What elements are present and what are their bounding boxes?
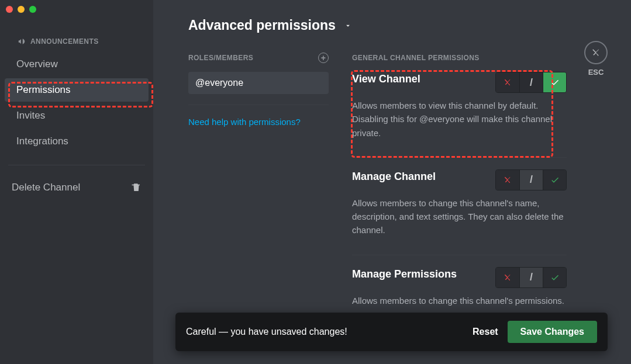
perm-manage-channel: Manage Channel / Allows members to chang…: [352, 169, 567, 255]
unsaved-changes-bar: Careful — you have unsaved changes! Rese…: [175, 313, 608, 351]
permissions-heading-row: GENERAL CHANNEL PERMISSIONS: [352, 52, 567, 64]
perm-title: View Channel: [352, 72, 420, 86]
main-content: ESC Advanced permissions ROLES/MEMBERS +…: [153, 0, 631, 364]
reset-button[interactable]: Reset: [463, 322, 508, 342]
window-close-icon[interactable]: [6, 6, 13, 13]
perm-divider: [352, 255, 567, 255]
delete-channel-label: Delete Channel: [12, 182, 80, 193]
perm-toggle-view-channel: /: [495, 72, 567, 93]
perm-allow-button[interactable]: [543, 268, 566, 287]
x-icon: [503, 273, 512, 282]
settings-sidebar: ANNOUNCEMENTS Overview Permissions Invit…: [0, 0, 153, 364]
roles-heading: ROLES/MEMBERS: [188, 54, 253, 62]
add-role-button[interactable]: +: [318, 53, 329, 63]
perm-divider: [352, 157, 567, 158]
x-icon: [503, 78, 512, 87]
esc-label: ESC: [584, 68, 608, 77]
trash-icon: [131, 182, 142, 193]
perm-toggle-manage-channel: /: [495, 169, 567, 190]
close-settings-button[interactable]: ESC: [584, 41, 608, 77]
delete-channel-button[interactable]: Delete Channel: [0, 176, 153, 199]
check-icon: [550, 78, 560, 87]
perm-desc: Allows members to change this channel's …: [352, 294, 567, 307]
perm-neutral-button[interactable]: /: [519, 268, 543, 287]
perm-desc: Allows members to view this channel by d…: [352, 99, 567, 140]
perm-toggle-manage-permissions: /: [495, 267, 567, 288]
unsaved-message: Careful — you have unsaved changes!: [186, 327, 463, 337]
megaphone-icon: [18, 37, 26, 46]
perm-desc: Allows members to change this channel's …: [352, 196, 567, 237]
save-changes-button[interactable]: Save Changes: [508, 321, 597, 343]
perm-allow-button[interactable]: [543, 170, 566, 190]
page-title-text: Advanced permissions: [188, 18, 336, 33]
perm-deny-button[interactable]: [496, 268, 519, 287]
perm-allow-button[interactable]: [543, 72, 566, 92]
slash-icon: /: [530, 174, 533, 186]
perm-view-channel: View Channel / Allows members to view th…: [352, 72, 567, 158]
sidebar-section-header: ANNOUNCEMENTS: [0, 37, 153, 51]
sidebar-section-label: ANNOUNCEMENTS: [30, 37, 99, 46]
perm-deny-button[interactable]: [496, 170, 519, 190]
roles-heading-row: ROLES/MEMBERS +: [188, 52, 329, 64]
perm-manage-permissions: Manage Permissions / Allows members to c…: [352, 267, 567, 307]
window-minimize-icon[interactable]: [18, 6, 25, 13]
slash-icon: /: [530, 271, 533, 283]
sidebar-item-permissions[interactable]: Permissions: [5, 78, 149, 102]
perm-title: Manage Permissions: [352, 267, 457, 281]
perm-title: Manage Channel: [352, 169, 436, 183]
perm-neutral-button[interactable]: /: [519, 72, 543, 92]
permissions-column: GENERAL CHANNEL PERMISSIONS View Channel…: [352, 52, 567, 319]
permissions-heading: GENERAL CHANNEL PERMISSIONS: [352, 54, 480, 62]
chevron-down-icon[interactable]: [344, 22, 352, 30]
window-traffic-lights: [6, 6, 36, 13]
sidebar-item-overview[interactable]: Overview: [5, 53, 149, 76]
sidebar-item-invites[interactable]: Invites: [5, 104, 149, 127]
permissions-help-link[interactable]: Need help with permissions?: [188, 117, 329, 127]
roles-divider: [188, 105, 329, 105]
page-title: Advanced permissions: [188, 18, 567, 33]
roles-column: ROLES/MEMBERS + @everyone Need help with…: [188, 52, 329, 319]
check-icon: [550, 175, 560, 185]
x-icon: [503, 175, 512, 185]
slash-icon: /: [530, 77, 533, 89]
perm-deny-button[interactable]: [496, 72, 519, 92]
sidebar-divider: [8, 165, 145, 165]
role-everyone[interactable]: @everyone: [188, 72, 329, 94]
close-icon: [591, 47, 601, 58]
window-maximize-icon[interactable]: [29, 6, 36, 13]
check-icon: [550, 273, 560, 282]
sidebar-item-integrations[interactable]: Integrations: [5, 130, 149, 153]
perm-neutral-button[interactable]: /: [519, 170, 543, 190]
